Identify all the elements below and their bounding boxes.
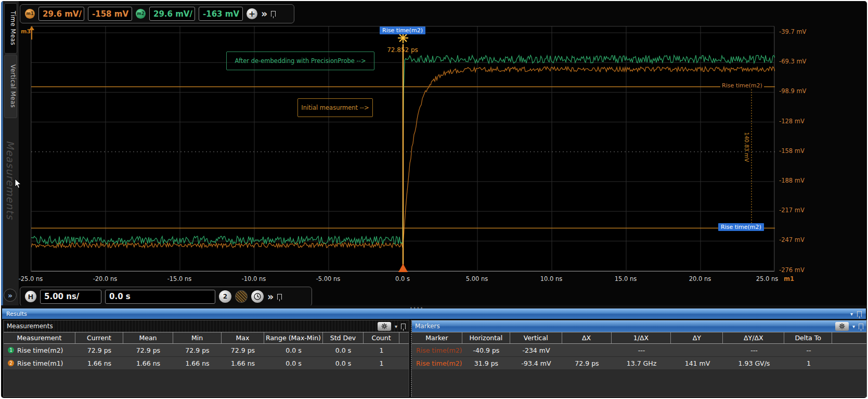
oscilloscope-window: Time Meas Vertical Meas Measurements m1 … xyxy=(1,1,867,398)
x-tick-label: 25.0 ns xyxy=(745,275,789,282)
x-tick-label: -20.0 ns xyxy=(83,275,127,282)
timebase-scale-field[interactable]: 5.00 ns/ xyxy=(40,290,101,304)
window-accent-strip xyxy=(1,1,3,308)
value-cell: 1.66 ns xyxy=(75,357,123,369)
value-cell: 1 xyxy=(364,357,399,369)
rise-time-top-marker-label[interactable]: Rise time(m2) xyxy=(361,27,444,34)
column-header[interactable]: Vertical xyxy=(510,332,562,343)
vertical-scale-toolbar: m1 29.6 mV/ -158 mV m2 29.6 mV/ -163 mV … xyxy=(20,4,294,23)
collapse-panel-button[interactable]: » xyxy=(4,289,17,302)
markers-settings-button[interactable] xyxy=(835,322,849,331)
measurements-dropdown-icon[interactable]: ▾ xyxy=(395,324,397,329)
hbar-pin-icon[interactable] xyxy=(277,294,282,300)
value-cell: 1.93 GV/s xyxy=(723,357,785,369)
markers-pin-icon[interactable] xyxy=(859,324,863,329)
results-titlebar[interactable]: Results ▾ xyxy=(2,308,866,319)
y-tick-label: -69.3 mV xyxy=(779,58,817,65)
value-cell: 0.0 s xyxy=(323,357,364,369)
column-header[interactable]: Count xyxy=(364,332,399,343)
tab-vertical-meas[interactable]: Vertical Meas xyxy=(4,55,17,118)
row-name: Rise time(m1) xyxy=(17,359,63,367)
value-cell: 72.9 ps xyxy=(562,357,612,369)
y-tick-label: -217 mV xyxy=(779,207,817,214)
horizontal-scale-toolbar: H 5.00 ns/ 0.0 s 2 » xyxy=(20,287,312,306)
value-cell: 72.9 ps xyxy=(222,344,264,356)
measurements-pin-icon[interactable] xyxy=(401,324,406,329)
x-tick-label: 0.0 s xyxy=(381,275,424,282)
column-header[interactable]: Std Dev xyxy=(323,332,364,343)
column-header[interactable]: Min xyxy=(173,332,222,343)
value-cell: 31.9 ps xyxy=(462,357,510,369)
x-tick-label: -10.0 ns xyxy=(232,275,276,282)
column-header[interactable]: Delta To xyxy=(784,332,832,343)
add-waveform-button[interactable]: + xyxy=(247,8,257,19)
measurement-number-badge: 1 xyxy=(8,347,14,353)
results-dropdown-icon[interactable]: ▾ xyxy=(850,311,853,317)
column-header[interactable]: Horizontal xyxy=(462,332,510,343)
timebase-position-field[interactable]: 0.0 s xyxy=(105,290,215,304)
column-header[interactable]: 1/ΔX xyxy=(612,332,671,343)
x-tick-label: -15.0 ns xyxy=(158,275,201,282)
markers-dropdown-icon[interactable]: ▾ xyxy=(852,324,855,329)
markers-panel: Markers ▾ MarkerHorizontalVerticalΔX1/ΔX… xyxy=(411,320,867,397)
column-header[interactable]: Marker xyxy=(412,332,462,343)
value-cell: -- xyxy=(785,344,833,356)
y-tick-label: -158 mV xyxy=(779,147,817,155)
column-header[interactable] xyxy=(399,332,409,343)
column-header[interactable]: Current xyxy=(75,332,123,343)
column-header[interactable]: Measurement xyxy=(4,332,75,343)
markers-panel-header[interactable]: Markers ▾ xyxy=(412,320,866,332)
zoom-button[interactable]: 2 xyxy=(219,290,231,303)
markers-table-header: MarkerHorizontalVerticalΔX1/ΔXΔYΔY/ΔXDel… xyxy=(412,332,866,344)
table-row[interactable]: Rise time(m2)31.9 ps-93.4 mV72.9 ps13.7 … xyxy=(412,357,866,370)
toolbar-expand-chevrons[interactable]: » xyxy=(261,9,267,19)
value-cell: 1 xyxy=(785,357,833,369)
table-row[interactable]: Rise time(m2)-40.9 ps-234 mV-------- xyxy=(412,344,866,357)
table-row[interactable]: 2Rise time(m1)1.66 ns1.66 ns1.66 ns1.66 … xyxy=(4,357,409,370)
annotation-deembedding[interactable]: After de-embedding with PrecisionProbe -… xyxy=(226,52,374,70)
clock-button[interactable] xyxy=(251,290,264,303)
m1-channel-badge[interactable]: m1 xyxy=(25,9,35,19)
rise-time-threshold-label-lower[interactable]: Rise time(m2) xyxy=(718,223,764,231)
x-tick-label: 10.0 ns xyxy=(529,275,573,282)
left-sidebar: Time Meas Vertical Meas Measurements xyxy=(3,1,19,308)
measurements-panel: Measurements ▾ MeasurementCurrentMeanMin… xyxy=(3,320,409,397)
column-header[interactable]: Range (Max-Min) xyxy=(264,332,323,343)
value-cell: 0.0 s xyxy=(264,357,323,369)
measurements-table-body: 1Rise time(m2)72.9 ps72.9 ps72.9 ps72.9 … xyxy=(4,344,409,370)
horizontal-badge[interactable]: H xyxy=(25,291,36,302)
hbar-expand-chevrons[interactable]: » xyxy=(267,292,274,302)
value-cell: -40.9 ps xyxy=(462,344,510,356)
name-cell: Rise time(m2) xyxy=(412,344,462,356)
waveform-display[interactable] xyxy=(31,26,774,272)
value-cell: 72.9 ps xyxy=(75,344,123,356)
m1-offset-field[interactable]: -158 mV xyxy=(88,7,132,21)
m2-channel-badge[interactable]: m2 xyxy=(136,9,146,19)
results-pin-icon[interactable] xyxy=(857,311,862,317)
annotation-initial[interactable]: Initial measurment --> xyxy=(297,98,373,117)
row-name: Rise time(m2) xyxy=(416,359,462,367)
column-header[interactable] xyxy=(832,332,866,343)
x-tick-label: 5.00 ns xyxy=(455,275,499,282)
value-cell xyxy=(671,344,723,356)
delta-voltage-label: 140.83 mV xyxy=(744,132,750,162)
value-cell: 72.9 ps xyxy=(173,344,222,356)
rise-time-threshold-label-upper[interactable]: Rise time(m2) xyxy=(720,82,764,89)
measurements-panel-header[interactable]: Measurements ▾ xyxy=(4,320,409,332)
y-tick-label: -39.7 mV xyxy=(779,28,817,35)
intensity-button[interactable] xyxy=(235,290,248,303)
column-header[interactable]: ΔY xyxy=(671,332,723,343)
m2-offset-field[interactable]: -163 mV xyxy=(199,7,243,21)
m1-scale-field[interactable]: 29.6 mV/ xyxy=(38,7,84,21)
value-cell: 1 xyxy=(364,344,399,356)
m2-scale-field[interactable]: 29.6 mV/ xyxy=(149,7,195,21)
column-header[interactable]: Mean xyxy=(123,332,173,343)
table-row[interactable]: 1Rise time(m2)72.9 ps72.9 ps72.9 ps72.9 … xyxy=(4,344,409,357)
tab-time-meas[interactable]: Time Meas xyxy=(4,3,17,54)
column-header[interactable]: Max xyxy=(222,332,264,343)
x-tick-label: 15.0 ns xyxy=(604,275,647,282)
column-header[interactable]: ΔX xyxy=(562,332,612,343)
toolbar-pin-icon[interactable] xyxy=(271,11,276,17)
column-header[interactable]: ΔY/ΔX xyxy=(723,332,784,343)
measurements-settings-button[interactable] xyxy=(378,322,391,331)
